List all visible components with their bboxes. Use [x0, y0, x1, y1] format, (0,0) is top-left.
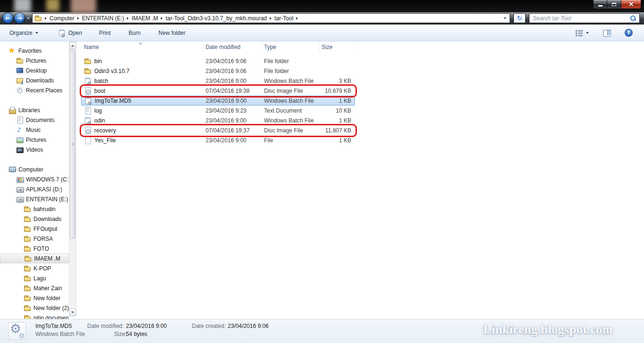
- document-icon: [16, 116, 24, 124]
- minimize-icon: [598, 5, 603, 7]
- folder-icon: [24, 265, 31, 272]
- sidebar-item-label: bahrudin: [33, 206, 56, 212]
- file-row-recovery[interactable]: recovery 07/04/2016 19:37 Disc Image Fil…: [81, 125, 355, 135]
- sidebar-item-pictures-favorite[interactable]: Pictures: [0, 56, 69, 65]
- file-row-odin[interactable]: odin 23/04/2016 9:00 Windows Batch File …: [81, 115, 355, 125]
- sidebar-item-aplikasi-d[interactable]: APLIKASI (D:): [0, 184, 69, 194]
- open-label: Open: [68, 30, 82, 36]
- desktop-icon: [16, 67, 24, 74]
- file-date: 07/04/2016 19:38: [204, 88, 263, 94]
- file-name: odin: [94, 117, 105, 124]
- breadcrumb-imaem[interactable]: IMAEM .M: [132, 15, 158, 22]
- sidebar-item-forsa[interactable]: FORSA: [0, 234, 69, 244]
- column-header-name[interactable]: Name: [81, 43, 204, 51]
- preview-pane-button[interactable]: [599, 28, 614, 38]
- folder-icon: [24, 215, 31, 223]
- organize-button[interactable]: Organize: [6, 28, 42, 38]
- arrow-up-icon: [71, 45, 74, 47]
- maximize-button[interactable]: [607, 0, 621, 9]
- minimize-button[interactable]: [593, 0, 607, 9]
- sidebar-item-windows7-c[interactable]: WINDOWS 7 (C:): [0, 174, 69, 184]
- scroll-down-button[interactable]: [69, 309, 76, 316]
- sidebar-item-ffoutput[interactable]: FFOutput: [0, 224, 69, 234]
- file-type: Windows Batch File: [263, 98, 320, 104]
- recent-pages-dropdown[interactable]: [27, 17, 30, 19]
- file-row-imgtotar-selected[interactable]: ImgToTar.MD5 23/04/2016 9:00 Windows Bat…: [81, 96, 355, 106]
- sidebar-scrollbar[interactable]: [69, 41, 76, 317]
- back-button[interactable]: ←: [2, 13, 13, 24]
- sidebar-item-maher-zain[interactable]: Maher Zain: [0, 283, 69, 293]
- sidebar-item-documents[interactable]: Documents: [0, 115, 69, 125]
- sidebar-item-nitin-documen[interactable]: nitin documen: [0, 313, 69, 319]
- scroll-up-button[interactable]: [69, 42, 76, 49]
- search-input[interactable]: [529, 14, 630, 22]
- folder-icon: [24, 314, 31, 319]
- folder-icon: [24, 235, 31, 243]
- drive-icon: [16, 196, 24, 203]
- burn-button[interactable]: Burn: [125, 28, 144, 38]
- status-file-type: Windows Batch File: [35, 331, 85, 337]
- file-row-boot[interactable]: boot 07/04/2016 19:38 Disc Image File 10…: [81, 86, 355, 96]
- forward-button[interactable]: →: [14, 13, 25, 24]
- file-type: File folder: [263, 58, 320, 65]
- sidebar-item-downloads[interactable]: Downloads: [0, 75, 69, 85]
- file-name: ImgToTar.MD5: [95, 98, 131, 104]
- column-header-date-modified[interactable]: Date modified: [204, 43, 263, 51]
- sidebar-item-imaem-m[interactable]: IMAEM .M: [0, 253, 69, 263]
- sidebar-item-downloads-e[interactable]: Downloads: [0, 214, 69, 224]
- os-drive-icon: [16, 176, 24, 183]
- sidebar-item-foto[interactable]: FOTO: [0, 244, 69, 253]
- sidebar-item-desktop[interactable]: Desktop: [0, 65, 69, 75]
- sidebar-item-label: Downloads: [33, 216, 61, 222]
- refresh-button[interactable]: ↻: [513, 13, 526, 23]
- close-button[interactable]: [621, 0, 641, 9]
- print-button[interactable]: Print: [95, 28, 115, 38]
- sidebar-section-gap: [0, 95, 69, 105]
- sidebar-item-libraries[interactable]: Libraries: [0, 105, 69, 115]
- address-bar[interactable]: Computer ENTERTAIN (E:) IMAEM .M tar-Too…: [32, 13, 510, 23]
- disc-image-icon: [84, 127, 91, 134]
- sidebar-item-label: Music: [26, 127, 41, 133]
- address-dropdown-icon[interactable]: [504, 17, 506, 19]
- sidebar-item-label: K-POP: [33, 265, 51, 272]
- column-headers: Name Date modified Type Size: [81, 41, 355, 53]
- magnifier-icon[interactable]: [630, 15, 636, 22]
- sidebar-item-computer[interactable]: Computer: [0, 164, 69, 174]
- file-row-log[interactable]: log 23/04/2016 9:23 Text Document 10 KB: [81, 106, 355, 115]
- file-row-batch[interactable]: batch 23/04/2016 9:00 Windows Batch File…: [81, 76, 355, 86]
- file-row-yes-file[interactable]: Yes_File 23/04/2016 9:00 File 1 KB: [81, 135, 355, 145]
- new-folder-button[interactable]: New folder: [155, 28, 189, 38]
- breadcrumb-tartool-odin[interactable]: tar-Tool_Odin3-v3.10.7_by_mkh.mourad: [165, 15, 267, 22]
- sidebar-item-new-folder-2[interactable]: New folder (2): [0, 303, 69, 313]
- breadcrumb-drive[interactable]: ENTERTAIN (E:): [82, 15, 124, 22]
- sidebar-item-music[interactable]: Music: [0, 125, 69, 135]
- file-row-bin[interactable]: bin 23/04/2016 9:06 File folder: [81, 56, 355, 66]
- sidebar-item-favorites[interactable]: Favorites: [0, 46, 69, 56]
- change-view-button[interactable]: [572, 28, 593, 38]
- column-header-type[interactable]: Type: [263, 43, 320, 51]
- sidebar-item-kpop[interactable]: K-POP: [0, 263, 69, 273]
- sidebar-item-label: Pictures: [26, 137, 46, 143]
- breadcrumb-separator-icon: [161, 17, 163, 20]
- sidebar-item-new-folder[interactable]: New folder: [0, 293, 69, 303]
- scrollbar-thumb[interactable]: [70, 50, 75, 239]
- file-row-odin3-folder[interactable]: Odin3 v3.10.7 23/04/2016 9:06 File folde…: [81, 66, 355, 76]
- file-size: 10 KB: [320, 107, 355, 114]
- sidebar-item-recent-places[interactable]: Recent Places: [0, 85, 69, 95]
- size-value: 54 bytes: [126, 331, 147, 337]
- breadcrumb-tartool[interactable]: tar-Tool: [274, 15, 293, 22]
- star-icon: [8, 47, 16, 55]
- sidebar-item-entertain-e[interactable]: ENTERTAIN (E:): [0, 194, 69, 204]
- folder-icon: [34, 15, 42, 22]
- column-header-size[interactable]: Size: [320, 43, 355, 51]
- batch-file-icon: [84, 97, 92, 105]
- help-button[interactable]: [621, 27, 636, 39]
- sidebar-item-pictures-library[interactable]: Pictures: [0, 135, 69, 145]
- desktop-glass-blob: [14, 0, 31, 12]
- open-button[interactable]: Open: [54, 27, 86, 39]
- status-file-name: ImgToTar.MD5: [35, 323, 72, 329]
- sidebar-item-lagu[interactable]: Lagu: [0, 273, 69, 283]
- sidebar-item-bahrudin[interactable]: bahrudin: [0, 204, 69, 214]
- breadcrumb-computer[interactable]: Computer: [50, 15, 74, 22]
- sidebar-item-videos[interactable]: Videos: [0, 145, 69, 155]
